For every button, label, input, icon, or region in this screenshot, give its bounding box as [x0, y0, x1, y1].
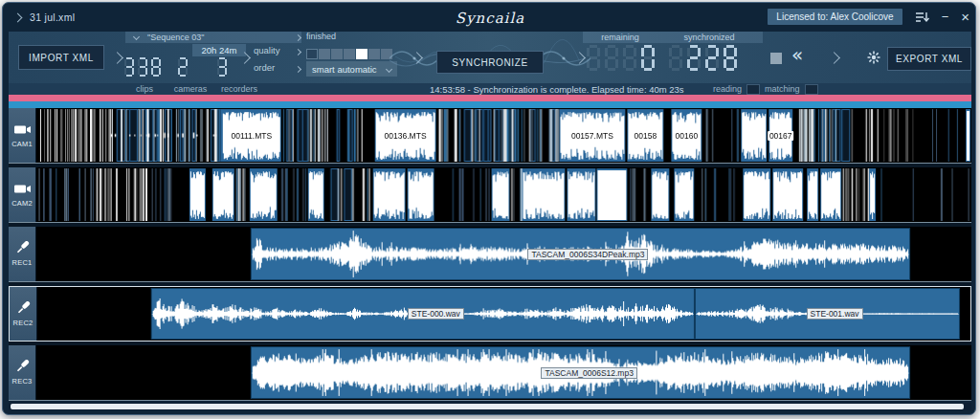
synchronized-count: [669, 45, 742, 75]
matching-toggle[interactable]: [805, 84, 818, 95]
flow-chevron-3-icon: [411, 52, 423, 64]
track-header-REC3[interactable]: REC3: [9, 345, 36, 400]
track-content-REC3: TASCAM_0006S12.mp3: [36, 345, 971, 400]
synchronize-button[interactable]: SYNCHRONIZE: [436, 51, 544, 74]
track-row-REC3: REC3TASCAM_0006S12.mp3: [9, 345, 971, 401]
toolbar: IMPORT XML "Sequence 03" 20h 24m finishe…: [9, 32, 971, 83]
order-value: smart automatic: [312, 64, 377, 75]
video-clip-label: 00136.MTS: [383, 131, 429, 141]
import-xml-button[interactable]: IMPORT XML: [18, 45, 104, 70]
flow-chevron-4-icon: [573, 52, 586, 64]
matching-toggle-group: matching: [765, 83, 818, 95]
video-clip-label: 00167: [768, 131, 794, 141]
reading-progress-bar: [9, 101, 971, 108]
license-badge[interactable]: Licensed to: Alex Coolicove: [768, 9, 902, 25]
quality-level-5[interactable]: [356, 49, 368, 59]
sequence-duration: 20h 24m: [192, 44, 246, 56]
track-row-CAM2: CAM2: [9, 167, 971, 223]
audio-clip-label: TASCAM_0006S34DPeak.mp3: [527, 249, 648, 260]
scrollbar-thumb[interactable]: [11, 404, 964, 409]
track-name: REC1: [12, 258, 33, 267]
remaining-count: [587, 45, 659, 75]
clips-count-label: clips: [123, 83, 166, 95]
video-clip-label: 00111.MTS: [229, 131, 274, 141]
cameras-count: [178, 57, 191, 80]
track-clips-canvas[interactable]: [36, 108, 971, 163]
microphone-icon: [14, 301, 33, 316]
recorders-count: [217, 57, 231, 80]
camera-icon: [13, 182, 32, 196]
track-name: REC2: [13, 319, 33, 327]
app-logo: Syncaila: [456, 10, 524, 27]
audio-clip-label: TASCAM_0006S12.mp3: [541, 367, 636, 379]
quality-level-6[interactable]: [368, 49, 380, 59]
microphone-icon: [13, 241, 32, 255]
track-header-REC2[interactable]: REC2: [10, 287, 37, 341]
track-clips-canvas[interactable]: [36, 227, 971, 281]
track-clips-canvas[interactable]: [36, 167, 971, 222]
project-name: 31 jul.xml: [30, 11, 75, 23]
quality-level-7[interactable]: [381, 49, 392, 59]
video-clip-label: 00160: [673, 131, 700, 141]
order-select[interactable]: smart automatic: [306, 61, 397, 77]
recorders-count-label: recorders: [213, 83, 265, 95]
timeline-tracks: CAM100111.MTS00136.MTS00157.MTS001580016…: [9, 108, 971, 401]
video-clip-label: 00157.MTS: [569, 131, 615, 141]
app-window: 31 jul.xml Syncaila Licensed to: Alex Co…: [2, 2, 976, 415]
quality-level-1[interactable]: [306, 49, 318, 59]
track-row-REC1: REC1TASCAM_0006S34DPeak.mp3: [9, 227, 971, 282]
reading-toggle[interactable]: [746, 84, 760, 95]
video-clip-label: 00158: [633, 131, 659, 141]
step-forward-button[interactable]: [828, 52, 840, 64]
sequence-name[interactable]: "Sequence 03": [147, 33, 204, 42]
order-chevron-icon: [295, 66, 301, 73]
matching-progress-bar: [9, 95, 971, 101]
order-select-arrow-icon: [386, 65, 392, 72]
order-label: order: [254, 62, 275, 73]
track-content-CAM1: 00111.MTS00136.MTS00157.MTS0015800160001…: [36, 108, 971, 163]
quality-level-3[interactable]: [331, 49, 343, 59]
close-icon[interactable]: ×: [961, 11, 969, 23]
track-row-REC2: REC2STE-000.wavSTE-001.wav: [9, 286, 971, 342]
matching-label: matching: [765, 84, 800, 94]
quality-chevron-icon: [295, 49, 301, 55]
track-header-CAM2[interactable]: CAM2: [9, 167, 36, 222]
cameras-count-label: cameras: [167, 83, 213, 95]
rewind-button[interactable]: «: [791, 45, 803, 64]
track-name: CAM2: [11, 199, 33, 208]
reading-toggle-group: reading: [713, 83, 760, 95]
synchronized-label: synchronized: [665, 33, 753, 42]
export-xml-button[interactable]: EXPORT XML: [887, 47, 971, 71]
quality-label: quality: [254, 45, 279, 55]
horizontal-scrollbar[interactable]: [9, 403, 971, 410]
track-header-REC1[interactable]: REC1: [9, 227, 36, 281]
status-message: 14:53:58 - Synchronization is complete. …: [430, 83, 684, 95]
minimize-icon[interactable]: −: [942, 11, 949, 23]
track-header-CAM1[interactable]: CAM1: [9, 108, 36, 163]
track-content-REC2: STE-000.wavSTE-001.wav: [37, 287, 970, 341]
track-content-REC1: TASCAM_0006S34DPeak.mp3: [36, 227, 971, 281]
remaining-label: remaining: [589, 33, 652, 42]
camera-icon: [13, 122, 32, 137]
clips-count: [124, 57, 165, 80]
track-clips-canvas[interactable]: [36, 345, 971, 400]
settings-gear-icon[interactable]: [866, 50, 881, 69]
status-row: clips cameras recorders 14:53:58 - Synch…: [9, 83, 971, 95]
track-content-CAM2: [36, 167, 971, 222]
screen: 31 jul.xml Syncaila Licensed to: Alex Co…: [0, 0, 980, 419]
microphone-icon: [13, 360, 32, 374]
flow-chevron-1-icon: [111, 52, 123, 64]
quality-level-4[interactable]: [344, 49, 355, 59]
expand-project-icon[interactable]: [13, 12, 23, 22]
track-row-CAM1: CAM100111.MTS00136.MTS00157.MTS001580016…: [9, 108, 971, 164]
reading-label: reading: [713, 84, 742, 94]
titlebar: 31 jul.xml Syncaila Licensed to: Alex Co…: [9, 7, 971, 32]
sync-status: finished: [306, 32, 336, 41]
audio-clip-label: STE-001.wav: [807, 308, 863, 320]
track-name: CAM1: [11, 140, 33, 148]
track-name: REC3: [12, 377, 33, 386]
stop-button[interactable]: [770, 53, 782, 64]
quality-level-2[interactable]: [319, 49, 330, 59]
audio-clip-label: STE-000.wav: [408, 308, 464, 320]
log-icon[interactable]: [915, 11, 929, 24]
